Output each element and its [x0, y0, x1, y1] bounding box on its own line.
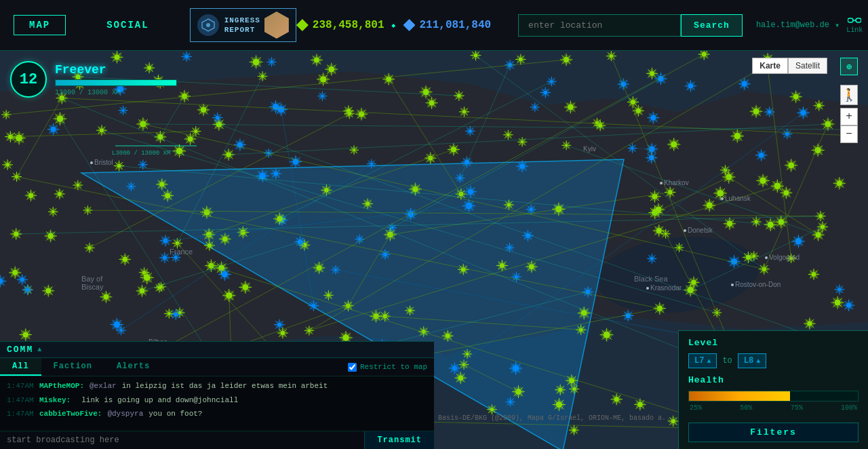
street-view-button[interactable]: 🚶: [840, 85, 858, 105]
comm-message-2: 1:47AM cabbieTwoFive: @dyspyra you on fo…: [0, 407, 434, 421]
score-bar: 238,458,801 ⬥ 211,081,840: [296, 19, 491, 31]
health-bar-container[interactable]: [688, 391, 859, 402]
map-area[interactable]: 12 Freever 13000 / 13000 XM Karte Satell…: [0, 51, 868, 449]
player-level: 12: [10, 61, 47, 98]
resistance-icon: [403, 19, 415, 31]
level-filter-section: Level L7 ▲ to L8 ▲: [688, 338, 859, 368]
comm-panel: COMM ▲ All Faction Alerts Restrict to ma…: [0, 341, 434, 449]
health-filter-section: Health 25% 50% 75% 100%: [688, 375, 859, 412]
comm-header[interactable]: COMM ▲: [0, 342, 434, 358]
map-copyright: Basis-DE/BKG (@2009), Mapa G/Israel, ORI…: [434, 414, 678, 422]
filters-button[interactable]: Filters: [688, 423, 859, 442]
comm-tabs: All Faction Alerts Restrict to map: [0, 358, 434, 376]
resistance-score: 211,081,840: [403, 19, 491, 31]
user-info: hale.tim@web.de ▾: [756, 20, 840, 31]
level-filter-title: Level: [688, 338, 859, 348]
comm-tab-alerts[interactable]: Alerts: [104, 358, 162, 376]
map-button[interactable]: MAP: [14, 15, 66, 35]
enlightened-icon: [296, 19, 309, 31]
svg-point-1: [206, 23, 210, 27]
link-button[interactable]: Link: [846, 16, 863, 35]
search-area: Search: [518, 14, 743, 37]
player-name: Freever: [55, 63, 177, 77]
comm-messages: 1:47AM MAPtheMOP: @exlar in leipzig ist …: [0, 376, 434, 431]
level-to-badge[interactable]: L8 ▲: [738, 353, 766, 368]
comm-title: COMM: [7, 345, 33, 355]
xp-bar-container: [55, 79, 177, 86]
zoom-out-button[interactable]: −: [840, 125, 858, 143]
ingress-report-widget[interactable]: INGRESS REPORT: [190, 8, 296, 42]
location-search-input[interactable]: [518, 14, 681, 37]
restrict-label: Restrict to map: [360, 363, 427, 371]
comm-restrict: Restrict to map: [348, 358, 434, 376]
satellit-button[interactable]: Satellit: [788, 58, 827, 74]
top-navigation: MAP SOCIAL INGRESS REPORT 238,458,801 ⬥ …: [0, 0, 868, 51]
comm-message-1: 1:47AM Miskey: link is going up and down…: [0, 393, 434, 408]
enlightened-score: 238,458,801: [296, 19, 384, 31]
ingress-report-avatar: [264, 12, 289, 39]
level-to-word: to: [722, 356, 732, 366]
zoom-in-button[interactable]: +: [840, 108, 858, 125]
xp-bar: [56, 80, 176, 85]
comm-input-row: Transmit: [0, 431, 434, 449]
crosshair-button[interactable]: ⊕: [840, 58, 858, 75]
svg-rect-2: [848, 18, 853, 22]
comm-chevron-icon: ▲: [37, 346, 41, 353]
player-info: Freever 13000 / 13000 XM: [55, 63, 177, 96]
health-bar: [689, 391, 790, 401]
comm-tab-all[interactable]: All: [0, 358, 41, 376]
karte-button[interactable]: Karte: [752, 58, 788, 74]
comm-tab-faction[interactable]: Faction: [41, 358, 104, 376]
health-ticks: 25% 50% 75% 100%: [688, 404, 859, 412]
player-hud: 12 Freever 13000 / 13000 XM: [10, 61, 177, 98]
transmit-button[interactable]: Transmit: [364, 431, 434, 449]
user-email: hale.tim@web.de: [756, 20, 829, 30]
svg-rect-3: [856, 18, 861, 22]
restrict-checkbox[interactable]: [348, 363, 357, 372]
health-filter-title: Health: [688, 375, 859, 385]
comm-input[interactable]: [0, 431, 364, 449]
social-button[interactable]: SOCIAL: [106, 20, 149, 31]
xp-label: 13000 / 13000 XM: [55, 89, 177, 96]
comm-message-0: 1:47AM MAPtheMOP: @exlar in leipzig ist …: [0, 379, 434, 393]
ingress-report-icon: [197, 14, 219, 36]
search-button[interactable]: Search: [681, 14, 743, 37]
map-type-buttons: Karte Satellit: [752, 58, 827, 74]
filter-panel: Level L7 ▲ to L8 ▲ Health 25% 50%: [678, 330, 868, 449]
ingress-report-text: INGRESS REPORT: [224, 16, 260, 35]
map-controls: 🚶 + −: [840, 85, 858, 143]
level-range: L7 ▲ to L8 ▲: [688, 353, 859, 368]
dropdown-arrow[interactable]: ▾: [835, 20, 840, 31]
level-from-badge[interactable]: L7 ▲: [688, 353, 717, 368]
